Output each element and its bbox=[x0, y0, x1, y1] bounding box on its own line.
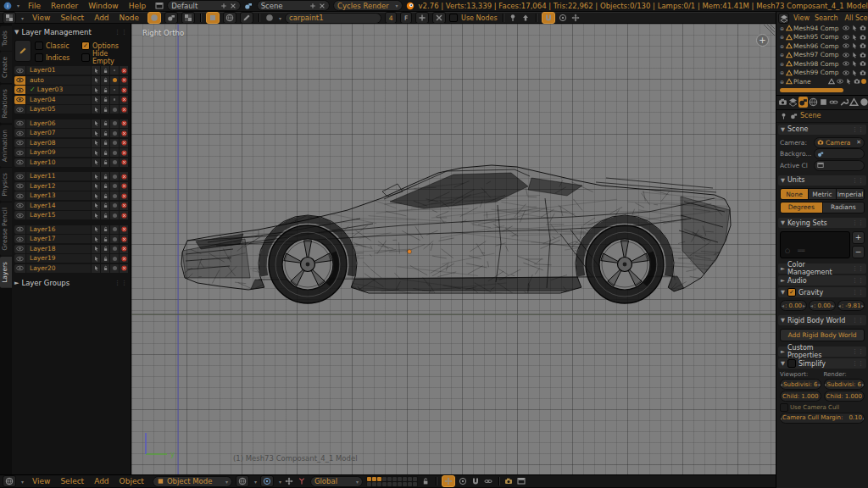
layer-delete-icon[interactable] bbox=[120, 119, 128, 128]
simplify-child-viewport[interactable]: Child: 1.000 bbox=[780, 391, 821, 402]
layer-name-label[interactable]: Layer15 bbox=[30, 211, 55, 219]
shelf-tab-tools[interactable]: Tools bbox=[0, 25, 12, 51]
viewport-layer-toggle-7[interactable] bbox=[398, 477, 402, 481]
viewport-layer-toggle-13[interactable] bbox=[377, 482, 381, 486]
layer-select-icon[interactable] bbox=[92, 211, 100, 219]
outliner-item-mesh99-comp[interactable]: ⊕Mesh99 Comp bbox=[778, 69, 866, 78]
layer-select-icon[interactable] bbox=[92, 129, 100, 137]
properties-tab-world[interactable] bbox=[809, 97, 818, 108]
new-material-button[interactable] bbox=[415, 12, 429, 24]
section-units[interactable]: ▼Units⋮⋮ bbox=[778, 175, 866, 186]
shelf-tab-grease-pencil[interactable]: Grease Pencil bbox=[0, 202, 12, 256]
viewport-3d[interactable]: y Right Ortho (1) Mesh73 Composant_4_1 M… bbox=[131, 24, 776, 474]
section-gravity[interactable]: ▼✓Gravity⋮⋮ bbox=[778, 287, 866, 297]
layer-name-label[interactable]: Layer13 bbox=[30, 191, 55, 200]
selectability-icon[interactable] bbox=[850, 60, 858, 68]
object-name-label[interactable]: Plane bbox=[793, 78, 826, 86]
section-simplify[interactable]: ▼Simplify⋮⋮ bbox=[778, 358, 866, 369]
material-name-field[interactable]: carpaint1 bbox=[285, 13, 381, 24]
orientation-selector[interactable]: Global ▾ bbox=[310, 476, 363, 487]
layer-visibility-icon[interactable] bbox=[14, 129, 25, 137]
visibility-icon[interactable] bbox=[842, 60, 849, 68]
layer-groups-panel-header[interactable]: ► Layer Groups ⋮⋮ bbox=[14, 278, 128, 289]
layer-lock-icon[interactable] bbox=[101, 202, 109, 210]
layer-visibility-icon[interactable] bbox=[14, 148, 25, 157]
layer-delete-icon[interactable] bbox=[120, 139, 128, 147]
background-field[interactable] bbox=[814, 148, 865, 159]
expand-icon[interactable]: ⊕ bbox=[780, 69, 784, 75]
layer-delete-icon[interactable] bbox=[120, 66, 128, 75]
layer-select-icon[interactable] bbox=[92, 191, 100, 200]
layer-lock-icon[interactable] bbox=[101, 119, 109, 128]
panel-grip-icon[interactable]: ⋮⋮ bbox=[114, 29, 128, 36]
gravity-y-field[interactable]: ◂: 0.00▸ bbox=[809, 300, 836, 311]
simplify-subdiv-render[interactable]: ◂Subdivisi: 6▸ bbox=[824, 379, 865, 390]
layer-render-dot-icon[interactable] bbox=[110, 211, 119, 219]
outliner-scope-dropdown[interactable]: All Scenes bbox=[842, 14, 868, 22]
layer-render-dot-icon[interactable] bbox=[110, 254, 119, 263]
keying-sets-list[interactable]: ○ ══ bbox=[780, 231, 850, 258]
layer-delete-icon[interactable] bbox=[120, 245, 128, 253]
outliner-item-mesh96-comp[interactable]: ⊕Mesh96 Comp bbox=[778, 42, 866, 51]
layer-name-label[interactable]: Layer06 bbox=[30, 119, 55, 128]
info-editor-icon[interactable]: i bbox=[3, 1, 12, 10]
layer-visibility-icon[interactable] bbox=[14, 191, 25, 200]
layer-delete-icon[interactable] bbox=[120, 211, 128, 219]
expand-icon[interactable]: ⊕ bbox=[780, 52, 784, 58]
unit-none[interactable]: None bbox=[781, 189, 809, 199]
outliner-menu-search[interactable]: Search bbox=[812, 14, 840, 22]
layer-delete-icon[interactable] bbox=[120, 254, 128, 263]
snap-target-icon[interactable] bbox=[571, 14, 581, 23]
expand-icon[interactable]: ⊕ bbox=[780, 25, 784, 31]
viewport-layer-toggle-15[interactable] bbox=[387, 482, 392, 486]
add-keying-set-button[interactable]: + bbox=[852, 231, 865, 244]
pivot-point-icon[interactable] bbox=[260, 475, 274, 487]
outliner-editor-type-icon[interactable] bbox=[778, 13, 789, 24]
layer-name-label[interactable]: Layer11 bbox=[30, 172, 55, 180]
view3d-menu-view[interactable]: View bbox=[27, 477, 55, 485]
outliner-item-mesh95-comp[interactable]: ⊕Mesh95 Comp bbox=[778, 33, 866, 42]
layer-lock-icon[interactable] bbox=[101, 105, 109, 114]
visibility-icon[interactable] bbox=[842, 25, 849, 32]
properties-tab-modifiers[interactable] bbox=[839, 97, 849, 108]
layer-render-dot-icon[interactable] bbox=[110, 86, 119, 94]
layer-delete-icon[interactable] bbox=[120, 148, 128, 157]
layer-lock-icon[interactable] bbox=[101, 211, 109, 219]
layer-delete-icon[interactable] bbox=[120, 96, 128, 104]
layer-select-icon[interactable] bbox=[92, 225, 100, 234]
texture-nodes-icon[interactable] bbox=[181, 12, 195, 24]
layer-render-dot-icon[interactable] bbox=[110, 182, 119, 191]
layer-visibility-icon[interactable] bbox=[14, 245, 25, 253]
simplify-checkbox[interactable] bbox=[787, 359, 796, 368]
classic-checkbox[interactable] bbox=[35, 42, 43, 50]
rotation-radians[interactable]: Radians bbox=[823, 202, 865, 213]
snap-magnet-icon[interactable] bbox=[471, 477, 481, 486]
snap-element-icon[interactable] bbox=[559, 14, 568, 23]
layer-delete-icon[interactable] bbox=[120, 264, 128, 273]
unlink-material-button[interactable] bbox=[432, 12, 446, 24]
layer-delete-icon[interactable] bbox=[120, 172, 128, 180]
viewport-layer-toggle-1[interactable] bbox=[367, 477, 371, 481]
camera-field[interactable]: Camera ✕ bbox=[814, 137, 865, 148]
outliner-item-mesh94-comp[interactable]: ⊕Mesh94 Comp bbox=[778, 24, 866, 33]
expand-icon[interactable]: ⊕ bbox=[780, 61, 784, 67]
render-engine-selector[interactable]: Cycles Render ▾ bbox=[333, 0, 402, 11]
snap-increment-icon[interactable] bbox=[484, 477, 493, 486]
fake-user-button[interactable]: F bbox=[400, 12, 412, 24]
manipulator-translate-icon[interactable] bbox=[442, 475, 455, 487]
outliner-item-mesh97-comp[interactable]: ⊕Mesh97 Comp bbox=[778, 51, 866, 60]
layer-render-dot-icon[interactable] bbox=[110, 191, 119, 200]
layer-visibility-icon[interactable] bbox=[14, 86, 25, 94]
viewport-layer-toggle-10[interactable] bbox=[413, 477, 417, 481]
object-shader-slot-icon[interactable] bbox=[206, 12, 220, 24]
menu-render[interactable]: Render bbox=[46, 2, 83, 10]
layer-render-dot-icon[interactable] bbox=[110, 66, 119, 75]
object-name-label[interactable]: Mesh95 Comp bbox=[793, 33, 841, 41]
layer-name-label[interactable]: Layer03 bbox=[37, 86, 63, 94]
add-rigid-body-world-button[interactable]: Add Rigid Body World bbox=[780, 329, 865, 341]
layer-render-dot-icon[interactable] bbox=[110, 148, 119, 157]
layer-visibility-icon[interactable] bbox=[14, 182, 25, 191]
viewport-layer-toggle-12[interactable] bbox=[372, 482, 376, 486]
expand-icon[interactable]: ⊕ bbox=[780, 34, 784, 40]
renderability-icon[interactable] bbox=[859, 42, 866, 50]
